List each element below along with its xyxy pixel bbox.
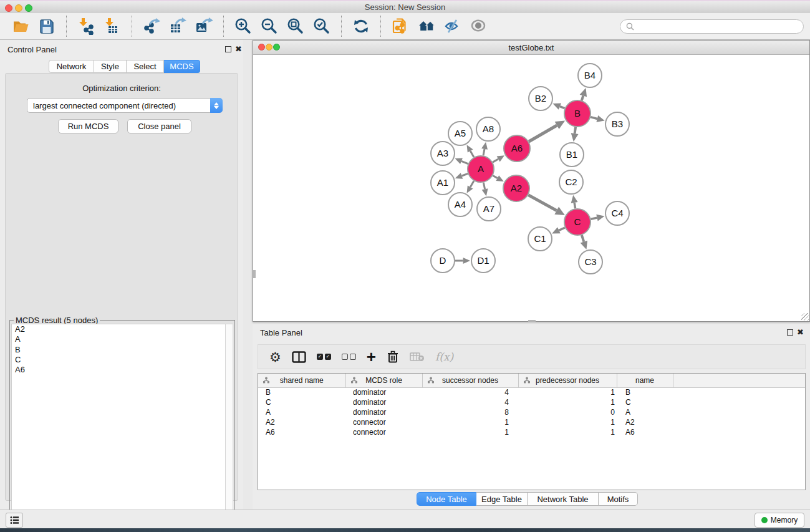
table-cell[interactable]: 0 <box>518 407 617 417</box>
node-A6[interactable]: A6 <box>504 135 530 162</box>
select-all-icon[interactable]: ✓✓ <box>317 354 331 360</box>
node-A1[interactable]: A1 <box>431 171 455 195</box>
mcds-result-item[interactable]: A6 <box>12 365 226 375</box>
table-row[interactable]: A6connector11A6 <box>258 427 805 437</box>
resize-grip-icon[interactable] <box>801 313 809 321</box>
table-cell[interactable]: B <box>617 387 673 397</box>
node-C2[interactable]: C2 <box>559 170 583 194</box>
edge-A2-C[interactable] <box>528 195 556 211</box>
edge-A-A4[interactable] <box>470 181 474 187</box>
table-cell[interactable]: dominator <box>345 387 422 397</box>
node-B1[interactable]: B1 <box>560 143 584 167</box>
node-A2[interactable]: A2 <box>503 175 529 201</box>
result-list-scrollbar[interactable] <box>225 324 233 530</box>
mcds-result-item[interactable]: B <box>12 345 226 355</box>
column-header-MCDS-role[interactable]: MCDS role <box>345 374 422 387</box>
mcds-result-item[interactable]: A <box>12 334 226 344</box>
table-cell[interactable]: connector <box>345 427 422 437</box>
table-row[interactable]: Adominator80A <box>258 407 805 417</box>
close-table-panel-icon[interactable]: ✖ <box>797 327 804 337</box>
hide-glyphs-button[interactable] <box>440 14 466 38</box>
table-cell[interactable]: A6 <box>617 427 673 437</box>
edge-C-C4[interactable] <box>591 218 597 219</box>
table-cell[interactable]: 8 <box>422 407 518 417</box>
mcds-result-item[interactable]: A2 <box>12 324 226 334</box>
table-cell[interactable]: 1 <box>422 427 518 437</box>
table-cell[interactable]: 4 <box>422 387 518 397</box>
edge-B-B1[interactable] <box>575 127 576 133</box>
table-cell[interactable]: dominator <box>345 397 422 407</box>
edge-A-A2[interactable] <box>493 176 497 178</box>
node-table[interactable]: shared nameMCDS rolesuccessor nodesprede… <box>258 373 806 490</box>
run-mcds-button[interactable]: Run MCDS <box>58 119 118 133</box>
add-icon[interactable]: + <box>367 349 376 365</box>
table-cell[interactable]: 1 <box>518 397 617 407</box>
table-cell[interactable]: 1 <box>518 417 617 427</box>
table-cell[interactable]: 4 <box>422 397 518 407</box>
table-cell[interactable]: B <box>258 387 345 397</box>
node-A3[interactable]: A3 <box>431 142 455 165</box>
table-cell[interactable]: connector <box>345 417 422 427</box>
node-A[interactable]: A <box>468 156 494 182</box>
search-input[interactable] <box>637 21 803 32</box>
edge-C-C3[interactable] <box>582 235 584 242</box>
node-D[interactable]: D <box>431 249 455 273</box>
table-cell[interactable]: C <box>617 397 673 407</box>
node-B3[interactable]: B3 <box>605 112 629 136</box>
horizontal-scrollbar-thumb[interactable] <box>528 320 536 322</box>
columns-icon[interactable] <box>292 351 306 363</box>
node-A7[interactable]: A7 <box>477 197 501 221</box>
settings-icon[interactable]: ⚙ <box>269 351 281 364</box>
edge-A-A5[interactable] <box>470 151 474 157</box>
node-C4[interactable]: C4 <box>605 201 629 225</box>
close-panel-icon[interactable]: ✖ <box>235 44 242 54</box>
node-C3[interactable]: C3 <box>579 250 602 274</box>
float-panel-icon[interactable] <box>225 46 231 52</box>
tab-network-table[interactable]: Network Table <box>528 492 599 506</box>
node-A4[interactable]: A4 <box>448 193 472 216</box>
zoom-fit-button[interactable] <box>282 14 309 38</box>
edge-B-B4[interactable] <box>582 95 583 100</box>
zoom-selected-button[interactable] <box>309 14 335 38</box>
criterion-select[interactable]: largest connected component (directed) <box>27 98 223 113</box>
clone-network-button[interactable] <box>387 14 413 38</box>
table-row[interactable]: A2connector11A2 <box>258 417 805 427</box>
task-history-button[interactable] <box>6 513 23 528</box>
network-window-titlebar[interactable]: testGlobe.txt <box>253 41 809 55</box>
vertical-scrollbar-thumb[interactable] <box>253 270 256 278</box>
table-cell[interactable]: A6 <box>258 427 345 437</box>
memory-button[interactable]: Memory <box>755 513 804 528</box>
table-cell[interactable]: A <box>258 407 345 417</box>
node-C1[interactable]: C1 <box>528 227 552 251</box>
refresh-button[interactable] <box>348 14 374 38</box>
edge-A-A6[interactable] <box>493 159 498 162</box>
float-table-panel-icon[interactable] <box>787 329 793 336</box>
open-button[interactable] <box>7 14 34 38</box>
home-button[interactable] <box>413 14 440 38</box>
table-cell[interactable]: A2 <box>617 417 673 427</box>
node-B4[interactable]: B4 <box>578 64 602 87</box>
tab-node-table[interactable]: Node Table <box>417 492 476 506</box>
table-cell[interactable]: dominator <box>345 407 422 417</box>
column-header-successor-nodes[interactable]: successor nodes <box>422 374 518 387</box>
edge-C-C2[interactable] <box>574 203 575 208</box>
save-button[interactable] <box>34 14 60 38</box>
node-C[interactable]: C <box>564 209 591 235</box>
edge-B-B3[interactable] <box>591 117 597 119</box>
tab-motifs[interactable]: Motifs <box>599 492 638 506</box>
table-cell[interactable]: A2 <box>258 417 345 427</box>
table-row[interactable]: Cdominator41C <box>258 397 805 407</box>
column-header-name[interactable]: name <box>617 374 673 387</box>
column-header-shared-name[interactable]: shared name <box>258 374 345 387</box>
node-A5[interactable]: A5 <box>448 122 472 145</box>
network-canvas[interactable]: B4B2BB3A8A5A6A3B1AC2A1A2A4A7C4CC1DD1C3 <box>253 55 809 321</box>
table-cell[interactable]: 1 <box>518 427 617 437</box>
search-field[interactable] <box>620 19 804 34</box>
import-table-button[interactable] <box>99 14 125 38</box>
edge-A-A8[interactable] <box>483 149 485 156</box>
zoom-in-button[interactable] <box>230 14 256 38</box>
mcds-result-list[interactable]: A2ABCA6 <box>11 324 226 530</box>
edge-B-B2[interactable] <box>560 107 565 109</box>
table-cell[interactable]: 1 <box>422 417 518 427</box>
tab-mcds[interactable]: MCDS <box>164 60 200 73</box>
